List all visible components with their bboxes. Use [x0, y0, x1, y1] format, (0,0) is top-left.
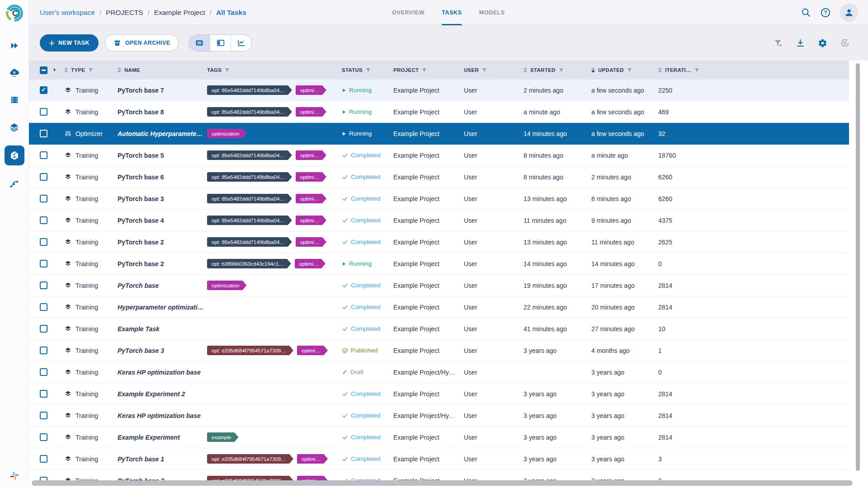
- sort-icon[interactable]: [658, 67, 662, 73]
- expand-icon[interactable]: [5, 37, 24, 54]
- row-checkbox[interactable]: [40, 282, 47, 289]
- filter-icon[interactable]: [482, 68, 487, 73]
- chart-view-toggle[interactable]: [231, 35, 251, 51]
- column-header-tags[interactable]: TAGS: [207, 67, 342, 73]
- task-row[interactable]: TrainingPyTorch base 7opt: 85e5482ddd714…: [29, 80, 849, 101]
- split-view-toggle[interactable]: [210, 35, 231, 51]
- projects-icon[interactable]: [5, 145, 24, 165]
- type-cell: Training: [64, 195, 118, 202]
- row-checkbox[interactable]: [40, 151, 47, 159]
- auto-refresh-icon[interactable]: [840, 38, 850, 48]
- row-checkbox[interactable]: [40, 216, 47, 224]
- filter-icon[interactable]: [422, 68, 427, 73]
- training-icon: [64, 455, 72, 463]
- pipelines-icon[interactable]: [5, 175, 24, 192]
- clear-filters-icon[interactable]: [774, 38, 783, 48]
- tab-tasks[interactable]: TASKS: [442, 0, 462, 25]
- row-checkbox[interactable]: [40, 347, 47, 354]
- tab-overview[interactable]: OVERVIEW: [392, 0, 425, 25]
- task-row[interactable]: TrainingPyTorch base 6opt: 85e5482ddd714…: [29, 166, 849, 188]
- sort-icon[interactable]: [64, 67, 68, 73]
- select-all-checkbox[interactable]: [40, 66, 47, 74]
- new-task-button[interactable]: NEW TASK: [40, 34, 99, 52]
- column-header-type[interactable]: TYPE: [64, 67, 118, 73]
- updated-cell: 4 months ago: [591, 347, 658, 354]
- task-row[interactable]: TrainingPyTorch base 2opt: b3896b0363cd4…: [29, 253, 849, 275]
- nav-tabs: OVERVIEWTASKSMODELS: [392, 0, 505, 25]
- type-cell: Training: [64, 368, 118, 376]
- column-header-project[interactable]: PROJECT: [393, 67, 464, 73]
- column-header-iteration[interactable]: ITERATI…: [658, 67, 849, 73]
- search-icon[interactable]: [801, 7, 811, 18]
- column-header-status[interactable]: STATUS: [342, 67, 393, 73]
- task-row[interactable]: OptimizerAutomatic Hyperparamete…optimiz…: [29, 123, 849, 145]
- task-row[interactable]: TrainingPyTorch base 3opt: e205d684f7954…: [29, 340, 849, 361]
- row-checkbox[interactable]: [40, 130, 47, 137]
- open-archive-button[interactable]: OPEN ARCHIVE: [105, 34, 179, 52]
- workers-queues-icon[interactable]: [5, 91, 24, 108]
- breadcrumb-item[interactable]: All Tasks: [216, 9, 246, 17]
- task-row[interactable]: TrainingExample Experiment 2CompletedExa…: [29, 383, 849, 405]
- cloud-gear-icon[interactable]: [5, 64, 24, 81]
- filter-icon[interactable]: [627, 68, 632, 73]
- sort-icon[interactable]: [591, 67, 595, 73]
- tab-models[interactable]: MODELS: [479, 0, 505, 25]
- breadcrumb-item[interactable]: PROJECTS: [106, 9, 143, 17]
- horizontal-scrollbar[interactable]: [32, 480, 853, 486]
- datasets-icon[interactable]: [5, 118, 24, 136]
- training-icon: [64, 347, 72, 354]
- row-checkbox[interactable]: [40, 412, 47, 419]
- column-header-updated[interactable]: UPDATED: [591, 67, 658, 73]
- list-view-toggle[interactable]: [189, 35, 210, 51]
- row-checkbox[interactable]: [40, 433, 47, 441]
- clearml-logo[interactable]: C: [0, 0, 29, 26]
- profile-avatar[interactable]: [840, 4, 858, 22]
- task-row[interactable]: TrainingKeras HP optimization baseDraftE…: [29, 361, 849, 383]
- task-row[interactable]: TrainingPyTorch baseoptimizationComplete…: [29, 275, 849, 296]
- task-row[interactable]: TrainingHyperparameter optimizati…Comple…: [29, 296, 849, 318]
- breadcrumb-item[interactable]: User's workspace: [40, 9, 95, 17]
- task-row[interactable]: TrainingPyTorch base 3opt: 85e5482ddd714…: [29, 188, 849, 210]
- row-checkbox[interactable]: [40, 390, 47, 398]
- task-row[interactable]: TrainingPyTorch base 4opt: 85e5482ddd714…: [29, 210, 849, 231]
- archive-icon: [113, 39, 121, 47]
- row-checkbox[interactable]: [40, 368, 47, 376]
- chevron-down-icon[interactable]: ▼: [52, 68, 57, 72]
- column-header-name[interactable]: NAME: [118, 67, 207, 73]
- filter-icon[interactable]: [225, 68, 230, 73]
- row-checkbox[interactable]: [40, 260, 47, 267]
- vertical-scrollbar[interactable]: [856, 63, 860, 471]
- row-checkbox[interactable]: [40, 86, 47, 94]
- status-cell: Completed: [342, 325, 393, 332]
- task-row[interactable]: TrainingPyTorch base 1opt: e205d684f7954…: [29, 448, 849, 470]
- download-icon[interactable]: [796, 38, 805, 48]
- task-row[interactable]: TrainingKeras HP optimization baseComple…: [29, 405, 849, 427]
- filter-icon[interactable]: [559, 68, 564, 73]
- filter-icon[interactable]: [88, 68, 93, 73]
- row-checkbox[interactable]: [40, 238, 47, 246]
- task-row[interactable]: TrainingPyTorch base 5opt: 85e5482ddd714…: [29, 145, 849, 166]
- help-icon[interactable]: ?: [820, 7, 831, 18]
- row-checkbox[interactable]: [40, 173, 47, 181]
- row-checkbox[interactable]: [40, 455, 47, 463]
- running-status-icon: [342, 110, 346, 114]
- breadcrumb-item[interactable]: Example Project: [154, 9, 205, 17]
- filter-icon[interactable]: [366, 68, 371, 73]
- row-checkbox[interactable]: [40, 325, 47, 333]
- filter-icon[interactable]: [694, 68, 699, 73]
- task-row[interactable]: TrainingExample TaskCompletedExample Pro…: [29, 318, 849, 340]
- select-all-header[interactable]: ▼: [40, 66, 64, 74]
- column-header-user[interactable]: USER: [464, 67, 524, 73]
- sort-icon[interactable]: [524, 67, 527, 73]
- task-row[interactable]: TrainingPyTorch base 8opt: 85e5482ddd714…: [29, 101, 849, 123]
- row-checkbox[interactable]: [40, 195, 47, 202]
- task-name: PyTorch base 5: [118, 152, 207, 159]
- slack-icon[interactable]: [9, 471, 19, 481]
- sort-icon[interactable]: [118, 67, 121, 73]
- row-checkbox[interactable]: [40, 108, 47, 116]
- column-header-started[interactable]: STARTED: [524, 67, 591, 73]
- row-checkbox[interactable]: [40, 303, 47, 311]
- settings-icon[interactable]: [818, 38, 827, 48]
- task-row[interactable]: TrainingPyTorch base 2opt: 85e5482ddd714…: [29, 231, 849, 253]
- task-row[interactable]: TrainingExample ExperimentexampleComplet…: [29, 427, 849, 448]
